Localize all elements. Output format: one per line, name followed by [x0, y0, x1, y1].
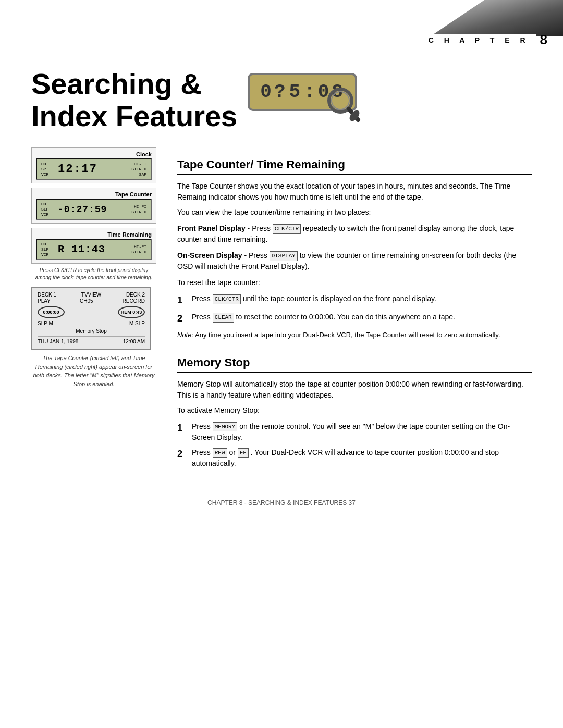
reset-step-1: 1 Press CLK/CTR until the tape counter i… [177, 293, 532, 307]
title-line1: Searching & [31, 68, 237, 100]
two-column-layout: Clock OD SP VCR 12:17 HI-FI STEREO SAP [31, 147, 532, 473]
osd-rem-counter: REM 0:43 [118, 306, 145, 318]
memory-stop-step-1: 1 Press MEMORY on the remote control. Yo… [177, 421, 532, 443]
clock-screen: OD SP VCR 12:17 HI-FI STEREO SAP [36, 158, 152, 180]
memory-stop-step-2: 2 Press REW or FF . Your Dual-Deck VCR w… [177, 447, 532, 469]
chapter-label-bar: C H A P T E R 8 [0, 32, 563, 48]
chapter-label: C H A P T E R [426, 34, 536, 46]
time-remaining-screen: OD SLP VCR R 11:43 HI-FI STEREO [36, 239, 152, 260]
page-title: Searching & Index Features [31, 68, 237, 132]
clk-ctr-button-1[interactable]: CLK/CTR [273, 224, 301, 234]
left-column: Clock OD SP VCR 12:17 HI-FI STEREO SAP [31, 147, 156, 393]
lcd-digit: 0 [260, 81, 273, 103]
chapter-header: C H A P T E R 8 [0, 0, 563, 57]
clock-panel: Clock OD SP VCR 12:17 HI-FI STEREO SAP [31, 147, 156, 183]
title-section: Searching & Index Features 0?5:08 [31, 68, 532, 132]
osd-counter-row: 0:00:00 REM 0:43 [38, 306, 145, 318]
onscreen-bold: On-Screen Display [177, 251, 242, 260]
lcd-colon: 5 [289, 81, 302, 103]
display-button[interactable]: DISPLAY [270, 251, 298, 261]
tape-counter-right-indicators: HI-FI STEREO [131, 204, 146, 214]
chapter-diagonal [427, 0, 563, 36]
svg-point-1 [332, 92, 349, 109]
clock-left-indicators: OD SP VCR [41, 162, 56, 177]
clock-right-indicators: HI-FI STEREO SAP [131, 162, 146, 177]
clk-ctr-button-2[interactable]: CLK/CTR [213, 294, 241, 304]
tape-counter-digits: -0:27:59 [58, 203, 129, 215]
section1-heading: Tape Counter/ Time Remaining [177, 158, 532, 175]
time-remaining-panel: Time Remaining OD SLP VCR R 11:43 HI-FI … [31, 228, 156, 264]
osd-memory-stop-label: Memory Stop [38, 328, 145, 334]
memory-stop-intro: Memory Stop will automatically stop the … [177, 379, 532, 416]
tape-counter-screen: OD SLP VCR -0:27:59 HI-FI STEREO [36, 199, 152, 220]
onscreen-display-para: On-Screen Display - Press DISPLAY to vie… [177, 250, 532, 272]
note-label: Note: [177, 331, 193, 339]
lcd-digit: ? [274, 81, 287, 103]
lcd-digit: : [304, 81, 317, 103]
time-remaining-digits: R 11:43 [58, 243, 129, 255]
osd-deck1-counter: 0:00:00 [38, 306, 65, 318]
tape-counter-left-indicators: OD SLP VCR [41, 202, 56, 217]
ff-button[interactable]: FF [238, 448, 249, 458]
clock-digits: 12:17 [58, 163, 129, 176]
reset-intro: To reset the tape counter: [177, 277, 532, 288]
magnifying-glass-icon [326, 86, 362, 127]
osd-row-modes: SLP M M SLP [38, 320, 145, 326]
note-text: Note: Any time you insert a tape into yo… [177, 330, 532, 340]
time-remaining-right-indicators: HI-FI STEREO [131, 244, 146, 254]
page-footer: CHAPTER 8 - SEARCHING & INDEX FEATURES 3… [31, 494, 532, 507]
time-remaining-panel-title: Time Remaining [36, 231, 152, 238]
section2-heading: Memory Stop [177, 356, 532, 373]
osd-row-1: DECK 1 TVVIEW DECK 2 [38, 292, 145, 298]
osd-memory-panel: DECK 1 TVVIEW DECK 2 PLAY CH05 RECORD 0:… [31, 287, 151, 350]
title-graphic: 0?5:08 [248, 73, 357, 111]
tape-counter-panel: Tape Counter OD SLP VCR -0:27:59 HI-FI S… [31, 188, 156, 224]
clock-panel-title: Clock [36, 151, 152, 157]
front-panel-bold: Front Panel Display [177, 224, 246, 232]
title-line2: Index Features [31, 100, 237, 132]
section1-intro: The Tape Counter shows you the exact loc… [177, 181, 532, 218]
clear-button[interactable]: CLEAR [213, 313, 234, 323]
page-content: Searching & Index Features 0?5:08 [0, 57, 563, 538]
rew-button[interactable]: REW [213, 448, 227, 458]
chapter-number: 8 [540, 32, 547, 48]
display-caption-1: Press CLK/CTR to cycle the front panel d… [31, 267, 156, 281]
time-remaining-left-indicators: OD SLP VCR [41, 242, 56, 257]
memory-button[interactable]: MEMORY [213, 422, 238, 432]
osd-date-time-row: THU JAN 1, 1998 12:00 AM [38, 336, 145, 344]
display-caption-2: The Tape Counter (circled left) and Time… [31, 354, 156, 388]
reset-step-2: 2 Press CLEAR to reset the counter to 0:… [177, 312, 532, 326]
osd-row-2: PLAY CH05 RECORD [38, 298, 145, 304]
right-column: Tape Counter/ Time Remaining The Tape Co… [177, 147, 532, 473]
tape-counter-panel-title: Tape Counter [36, 191, 152, 198]
front-panel-display-para: Front Panel Display - Press CLK/CTR repe… [177, 223, 532, 245]
